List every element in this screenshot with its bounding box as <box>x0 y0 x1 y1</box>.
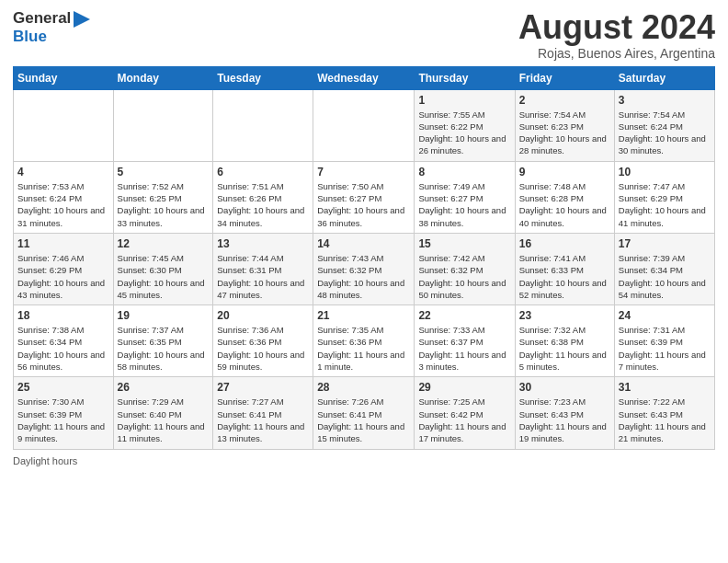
footer-note: Daylight hours <box>13 455 715 466</box>
calendar-week-5: 25Sunrise: 7:30 AM Sunset: 6:39 PM Dayli… <box>14 377 715 449</box>
calendar-week-1: 1Sunrise: 7:55 AM Sunset: 6:22 PM Daylig… <box>14 89 715 161</box>
day-number: 4 <box>17 166 109 178</box>
calendar-cell: 4Sunrise: 7:53 AM Sunset: 6:24 PM Daylig… <box>14 161 114 233</box>
day-info: Sunrise: 7:46 AM Sunset: 6:29 PM Dayligh… <box>17 252 109 301</box>
calendar-cell <box>14 89 114 161</box>
day-number: 28 <box>317 381 410 394</box>
day-info: Sunrise: 7:33 AM Sunset: 6:37 PM Dayligh… <box>418 324 510 373</box>
calendar-cell: 30Sunrise: 7:23 AM Sunset: 6:43 PM Dayli… <box>515 377 614 449</box>
calendar-cell: 10Sunrise: 7:47 AM Sunset: 6:29 PM Dayli… <box>614 161 714 233</box>
header-friday: Friday <box>515 66 614 89</box>
day-info: Sunrise: 7:53 AM Sunset: 6:24 PM Dayligh… <box>17 180 109 229</box>
day-info: Sunrise: 7:48 AM Sunset: 6:28 PM Dayligh… <box>519 180 610 229</box>
day-number: 19 <box>118 309 210 322</box>
day-info: Sunrise: 7:35 AM Sunset: 6:36 PM Dayligh… <box>317 324 410 373</box>
header-wednesday: Wednesday <box>313 66 415 89</box>
day-info: Sunrise: 7:29 AM Sunset: 6:40 PM Dayligh… <box>118 396 210 444</box>
day-info: Sunrise: 7:42 AM Sunset: 6:32 PM Dayligh… <box>418 252 510 301</box>
day-number: 22 <box>418 309 510 322</box>
day-number: 24 <box>619 309 711 322</box>
calendar-week-4: 18Sunrise: 7:38 AM Sunset: 6:34 PM Dayli… <box>14 305 715 377</box>
month-title: August 2024 <box>518 9 715 46</box>
day-info: Sunrise: 7:23 AM Sunset: 6:43 PM Dayligh… <box>519 396 610 444</box>
header-saturday: Saturday <box>614 66 714 89</box>
day-info: Sunrise: 7:31 AM Sunset: 6:39 PM Dayligh… <box>619 324 711 373</box>
header-tuesday: Tuesday <box>213 66 313 89</box>
day-info: Sunrise: 7:38 AM Sunset: 6:34 PM Dayligh… <box>17 324 109 373</box>
location-subtitle: Rojas, Buenos Aires, Argentina <box>518 46 715 61</box>
day-number: 10 <box>619 166 711 178</box>
calendar-cell: 24Sunrise: 7:31 AM Sunset: 6:39 PM Dayli… <box>614 305 714 377</box>
logo-general: General <box>13 9 71 28</box>
calendar-week-2: 4Sunrise: 7:53 AM Sunset: 6:24 PM Daylig… <box>14 161 715 233</box>
calendar-cell: 26Sunrise: 7:29 AM Sunset: 6:40 PM Dayli… <box>113 377 213 449</box>
day-number: 8 <box>418 166 510 178</box>
calendar-cell: 13Sunrise: 7:44 AM Sunset: 6:31 PM Dayli… <box>213 233 313 304</box>
calendar-cell: 22Sunrise: 7:33 AM Sunset: 6:37 PM Dayli… <box>415 305 515 377</box>
day-info: Sunrise: 7:44 AM Sunset: 6:31 PM Dayligh… <box>217 252 309 301</box>
day-number: 3 <box>619 94 711 107</box>
day-info: Sunrise: 7:47 AM Sunset: 6:29 PM Dayligh… <box>619 180 711 229</box>
logo-blue: Blue <box>13 28 71 46</box>
day-info: Sunrise: 7:41 AM Sunset: 6:33 PM Dayligh… <box>519 252 610 301</box>
calendar-cell: 28Sunrise: 7:26 AM Sunset: 6:41 PM Dayli… <box>313 377 415 449</box>
day-info: Sunrise: 7:25 AM Sunset: 6:42 PM Dayligh… <box>418 396 510 444</box>
calendar-cell: 9Sunrise: 7:48 AM Sunset: 6:28 PM Daylig… <box>515 161 614 233</box>
day-info: Sunrise: 7:52 AM Sunset: 6:25 PM Dayligh… <box>118 180 210 229</box>
day-number: 20 <box>217 309 309 322</box>
day-info: Sunrise: 7:30 AM Sunset: 6:39 PM Dayligh… <box>17 396 109 444</box>
header: General Blue August 2024 Rojas, Buenos A… <box>13 9 715 61</box>
day-number: 11 <box>17 237 109 250</box>
calendar-cell: 11Sunrise: 7:46 AM Sunset: 6:29 PM Dayli… <box>14 233 114 304</box>
svg-marker-0 <box>74 11 90 28</box>
logo-arrow-icon <box>74 11 90 28</box>
day-info: Sunrise: 7:49 AM Sunset: 6:27 PM Dayligh… <box>418 180 510 229</box>
day-number: 7 <box>317 166 410 178</box>
day-number: 16 <box>519 237 610 250</box>
day-number: 17 <box>619 237 711 250</box>
day-number: 21 <box>317 309 410 322</box>
day-number: 13 <box>217 237 309 250</box>
calendar-cell: 25Sunrise: 7:30 AM Sunset: 6:39 PM Dayli… <box>14 377 114 449</box>
day-number: 9 <box>519 166 610 178</box>
day-number: 12 <box>118 237 210 250</box>
title-block: August 2024 Rojas, Buenos Aires, Argenti… <box>518 9 715 61</box>
calendar-cell: 15Sunrise: 7:42 AM Sunset: 6:32 PM Dayli… <box>415 233 515 304</box>
day-info: Sunrise: 7:26 AM Sunset: 6:41 PM Dayligh… <box>317 396 410 444</box>
calendar-cell: 17Sunrise: 7:39 AM Sunset: 6:34 PM Dayli… <box>614 233 714 304</box>
day-info: Sunrise: 7:55 AM Sunset: 6:22 PM Dayligh… <box>418 109 510 157</box>
calendar-cell: 20Sunrise: 7:36 AM Sunset: 6:36 PM Dayli… <box>213 305 313 377</box>
day-number: 29 <box>418 381 510 394</box>
day-info: Sunrise: 7:54 AM Sunset: 6:23 PM Dayligh… <box>519 109 610 157</box>
day-info: Sunrise: 7:32 AM Sunset: 6:38 PM Dayligh… <box>519 324 610 373</box>
calendar-cell: 21Sunrise: 7:35 AM Sunset: 6:36 PM Dayli… <box>313 305 415 377</box>
day-number: 18 <box>17 309 109 322</box>
day-number: 5 <box>118 166 210 178</box>
calendar-cell: 7Sunrise: 7:50 AM Sunset: 6:27 PM Daylig… <box>313 161 415 233</box>
calendar-cell: 19Sunrise: 7:37 AM Sunset: 6:35 PM Dayli… <box>113 305 213 377</box>
calendar-table: SundayMondayTuesdayWednesdayThursdayFrid… <box>13 66 715 450</box>
calendar-cell <box>113 89 213 161</box>
day-info: Sunrise: 7:43 AM Sunset: 6:32 PM Dayligh… <box>317 252 410 301</box>
day-info: Sunrise: 7:39 AM Sunset: 6:34 PM Dayligh… <box>619 252 711 301</box>
calendar-cell: 3Sunrise: 7:54 AM Sunset: 6:24 PM Daylig… <box>614 89 714 161</box>
calendar-week-3: 11Sunrise: 7:46 AM Sunset: 6:29 PM Dayli… <box>14 233 715 304</box>
calendar-cell: 31Sunrise: 7:22 AM Sunset: 6:43 PM Dayli… <box>614 377 714 449</box>
day-number: 15 <box>418 237 510 250</box>
day-number: 30 <box>519 381 610 394</box>
day-info: Sunrise: 7:36 AM Sunset: 6:36 PM Dayligh… <box>217 324 309 373</box>
calendar-cell: 12Sunrise: 7:45 AM Sunset: 6:30 PM Dayli… <box>113 233 213 304</box>
calendar-cell: 18Sunrise: 7:38 AM Sunset: 6:34 PM Dayli… <box>14 305 114 377</box>
header-monday: Monday <box>113 66 213 89</box>
day-number: 25 <box>17 381 109 394</box>
header-thursday: Thursday <box>415 66 515 89</box>
calendar-cell: 5Sunrise: 7:52 AM Sunset: 6:25 PM Daylig… <box>113 161 213 233</box>
header-sunday: Sunday <box>14 66 114 89</box>
day-number: 26 <box>118 381 210 394</box>
day-number: 14 <box>317 237 410 250</box>
day-info: Sunrise: 7:51 AM Sunset: 6:26 PM Dayligh… <box>217 180 309 229</box>
day-info: Sunrise: 7:37 AM Sunset: 6:35 PM Dayligh… <box>118 324 210 373</box>
day-number: 23 <box>519 309 610 322</box>
day-number: 1 <box>418 94 510 107</box>
day-info: Sunrise: 7:45 AM Sunset: 6:30 PM Dayligh… <box>118 252 210 301</box>
